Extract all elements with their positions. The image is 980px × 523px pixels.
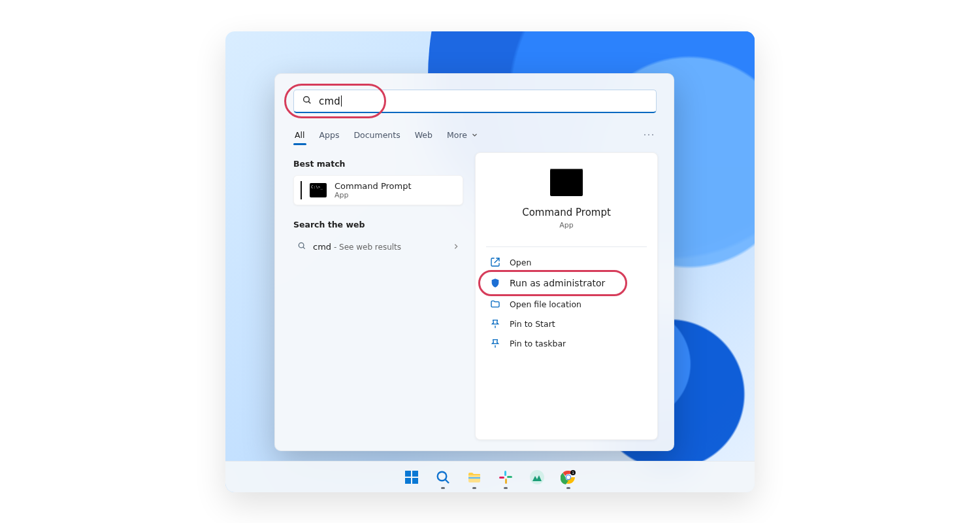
command-prompt-icon <box>310 183 327 197</box>
slack-icon <box>498 469 514 485</box>
filter-tab-web[interactable]: Web <box>414 130 434 140</box>
web-search-heading: Search the web <box>293 220 463 229</box>
svg-rect-4 <box>405 471 411 477</box>
action-admin-label: Run as administrator <box>510 278 605 288</box>
search-filter-bar: All Apps Documents Web More ··· <box>293 126 655 143</box>
shield-icon <box>490 278 500 288</box>
overflow-menu-button[interactable]: ··· <box>644 130 655 140</box>
svg-line-9 <box>445 479 449 483</box>
action-open[interactable]: Open <box>476 252 657 272</box>
best-match-heading: Best match <box>293 159 463 169</box>
action-pin-to-start[interactable]: Pin to Start <box>476 314 657 333</box>
best-match-subtitle: App <box>335 191 412 199</box>
svg-rect-7 <box>412 478 418 484</box>
svg-line-1 <box>308 101 310 103</box>
selection-indicator <box>301 181 302 199</box>
svg-rect-12 <box>499 477 504 479</box>
svg-rect-13 <box>505 479 507 484</box>
chevron-down-icon <box>472 132 478 138</box>
preview-title: Command Prompt <box>522 207 611 218</box>
folder-icon <box>466 469 482 485</box>
results-left-column: Best match Command Prompt App Search the… <box>293 159 463 258</box>
taskbar-file-explorer[interactable] <box>461 464 487 490</box>
svg-line-3 <box>303 247 305 249</box>
search-icon <box>297 241 306 252</box>
filter-tab-more[interactable]: More <box>446 130 479 140</box>
taskbar-nordvpn[interactable] <box>524 464 550 490</box>
svg-text:1: 1 <box>572 471 574 475</box>
svg-point-8 <box>438 471 447 481</box>
svg-point-15 <box>530 470 544 484</box>
svg-point-18 <box>566 475 570 479</box>
start-search-panel: cmd All Apps Documents Web More ··· Best… <box>274 73 674 451</box>
action-run-as-administrator[interactable]: Run as administrator <box>476 272 657 294</box>
action-pin-taskbar-label: Pin to taskbar <box>510 339 566 348</box>
pin-icon <box>490 318 500 329</box>
desktop: cmd All Apps Documents Web More ··· Best… <box>225 31 755 492</box>
svg-point-2 <box>299 243 304 248</box>
divider <box>486 246 647 247</box>
action-pin-start-label: Pin to Start <box>510 319 555 329</box>
taskbar-slack[interactable] <box>493 464 519 490</box>
filter-tab-documents[interactable]: Documents <box>352 130 401 140</box>
folder-icon <box>490 299 500 309</box>
command-prompt-icon <box>550 169 583 196</box>
best-match-title: Command Prompt <box>335 181 412 191</box>
open-icon <box>490 257 500 267</box>
svg-rect-6 <box>405 478 411 484</box>
svg-rect-5 <box>412 471 418 477</box>
web-result[interactable]: cmd - See web results <box>293 236 463 258</box>
chrome-icon: 1 <box>561 469 576 485</box>
windows-icon <box>404 469 419 485</box>
svg-rect-14 <box>507 476 512 478</box>
taskbar-search-button[interactable] <box>430 464 456 490</box>
pin-icon <box>490 338 500 348</box>
web-result-query: cmd <box>313 242 331 252</box>
filter-tab-apps[interactable]: Apps <box>318 130 341 140</box>
preview-subtitle: App <box>559 221 574 229</box>
search-value: cmd <box>319 95 340 107</box>
taskbar-chrome[interactable]: 1 <box>555 464 581 490</box>
preview-header: Command Prompt App <box>476 153 657 241</box>
action-open-label: Open <box>510 258 531 267</box>
action-open-file-location[interactable]: Open file location <box>476 294 657 314</box>
best-match-result[interactable]: Command Prompt App <box>293 175 463 205</box>
svg-rect-10 <box>468 477 480 479</box>
nord-icon <box>529 469 545 485</box>
action-pin-to-taskbar[interactable]: Pin to taskbar <box>476 333 657 353</box>
filter-tab-more-label: More <box>447 130 467 140</box>
taskbar: 1 <box>225 461 755 492</box>
action-file-location-label: Open file location <box>510 299 581 309</box>
result-preview-pane: Command Prompt App Open Run as administr… <box>475 152 658 440</box>
text-caret <box>341 95 342 107</box>
start-button[interactable] <box>399 464 425 490</box>
svg-rect-11 <box>504 471 506 476</box>
search-icon <box>302 95 312 107</box>
web-result-suffix: - See web results <box>331 243 401 252</box>
chevron-right-icon <box>453 242 459 252</box>
filter-tab-all[interactable]: All <box>293 130 306 140</box>
svg-point-0 <box>304 97 310 103</box>
search-icon <box>435 469 451 485</box>
search-input[interactable]: cmd <box>293 90 657 113</box>
